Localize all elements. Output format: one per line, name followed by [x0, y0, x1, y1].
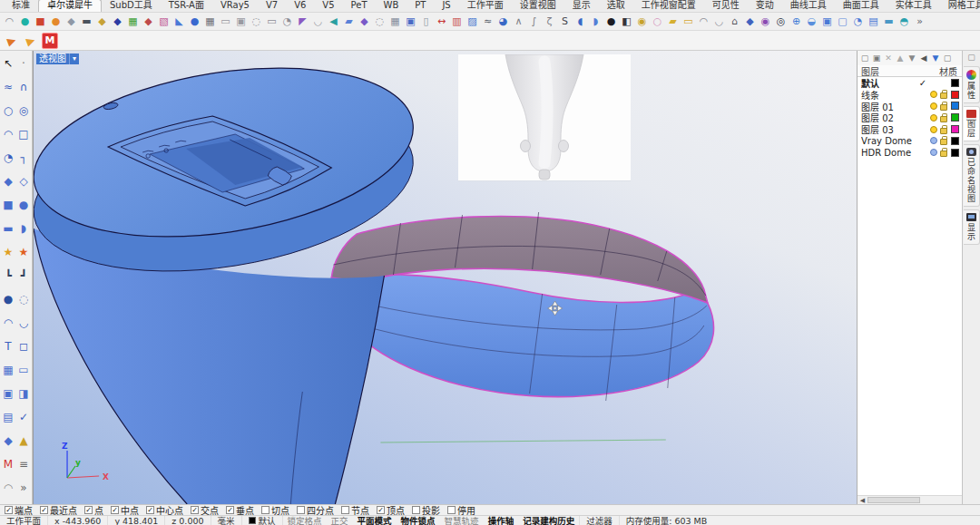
left-tool-icon-3[interactable]: ∩ — [16, 75, 32, 99]
layer-visibility-bulb-icon[interactable] — [928, 102, 938, 110]
layer-lock-icon[interactable] — [938, 113, 948, 122]
status-toggle-4[interactable]: 智慧轨迹 — [440, 514, 484, 525]
tool-icon-22[interactable]: ▰ — [341, 14, 357, 29]
tool-icon-40[interactable]: ◧ — [619, 14, 634, 29]
viewport-canvas[interactable]: Z y X — [34, 51, 857, 504]
layer-color-swatch[interactable] — [951, 149, 959, 157]
menu-tab-14[interactable]: 显示 — [564, 0, 599, 12]
left-tool-icon-16[interactable]: ★ — [1, 240, 16, 264]
tool-icon-19[interactable]: ◤ — [295, 14, 310, 29]
tool-icon-58[interactable]: ◓ — [897, 14, 912, 29]
left-tool-icon-33[interactable]: ▲ — [16, 429, 32, 452]
tool-icon-17[interactable]: ▭ — [264, 14, 279, 29]
menu-tab-17[interactable]: 可见性 — [704, 0, 748, 12]
tool-icon-15[interactable]: ▣ — [233, 14, 249, 29]
tool-icon-53[interactable]: ▣ — [819, 14, 835, 29]
send-plane-icon[interactable]: ▶ — [4, 33, 20, 49]
tool-icon-5[interactable]: ▬ — [79, 14, 94, 29]
left-tool-icon-9[interactable]: ┐ — [16, 146, 32, 170]
tool-icon-16[interactable]: ◌ — [249, 14, 264, 29]
tool-icon-56[interactable]: ▤ — [866, 14, 881, 29]
cup-model[interactable] — [34, 51, 426, 504]
new-layer-icon[interactable]: ▢ — [859, 53, 870, 63]
status-toggle-3[interactable]: 物件锁点 — [397, 514, 440, 525]
tool-icon-12[interactable]: ● — [187, 14, 202, 29]
left-tool-icon-17[interactable]: ★ — [16, 240, 32, 264]
collapse-icon[interactable]: ◀ — [918, 53, 929, 63]
left-tool-icon-20[interactable]: ● — [1, 287, 16, 311]
status-toggle-2[interactable]: 平面模式 — [353, 514, 397, 525]
tool-icon-14[interactable]: ▭ — [218, 14, 233, 29]
tool-icon-49[interactable]: ◉ — [758, 14, 773, 29]
left-tool-icon-31[interactable]: ✓ — [16, 405, 32, 429]
osnap-checkbox[interactable]: ✓ — [40, 506, 48, 514]
osnap-checkbox[interactable]: ✓ — [5, 506, 13, 514]
tool-icon-6[interactable]: ◆ — [94, 14, 110, 29]
menu-tab-16[interactable]: 工作视窗配置 — [633, 0, 704, 12]
left-tool-icon-21[interactable]: ◌ — [16, 287, 32, 311]
osnap-checkbox[interactable] — [412, 506, 420, 514]
zdm-logo-icon[interactable]: M — [42, 33, 58, 49]
layer-visibility-bulb-icon[interactable] — [928, 114, 938, 122]
layer-lock-icon[interactable] — [938, 148, 948, 157]
left-tool-icon-19[interactable]: ┛ — [16, 264, 32, 287]
tool-icon-11[interactable]: ◣ — [172, 14, 187, 29]
left-tool-icon-30[interactable]: ▤ — [1, 405, 16, 429]
tool-icon-52[interactable]: ◒ — [804, 14, 819, 29]
tool-icon-30[interactable]: ▨ — [465, 14, 480, 29]
layer-color-swatch[interactable] — [951, 113, 959, 122]
panel-options-icon[interactable]: ▢ — [942, 53, 953, 63]
menu-tab-19[interactable]: 曲线工具 — [782, 0, 835, 12]
tool-icon-2[interactable]: ■ — [33, 14, 48, 29]
left-tool-icon-13[interactable]: ● — [16, 193, 32, 217]
layer-lock-icon[interactable] — [938, 90, 948, 99]
tool-icon-50[interactable]: ◎ — [773, 14, 789, 29]
menu-tab-1[interactable]: 卓尔谟犀牛 — [38, 0, 102, 12]
layer-color-swatch[interactable] — [951, 137, 959, 145]
left-tool-icon-4[interactable]: ○ — [1, 99, 16, 122]
left-tool-icon-8[interactable]: ◔ — [1, 146, 16, 170]
tool-icon-26[interactable]: ▣ — [403, 14, 418, 29]
tool-icon-3[interactable]: ● — [48, 14, 64, 29]
menu-tab-13[interactable]: 设置视图 — [512, 0, 564, 12]
status-toggle-1[interactable]: 正交 — [327, 514, 353, 525]
tool-icon-35[interactable]: ζ — [542, 14, 557, 29]
menu-tab-11[interactable]: JS — [434, 0, 458, 12]
left-tool-icon-28[interactable]: ▣ — [1, 382, 16, 405]
tool-icon-57[interactable]: ▬ — [881, 14, 897, 29]
left-tool-icon-0[interactable]: ↖ — [1, 52, 16, 75]
left-tool-icon-35[interactable]: ≡ — [16, 452, 32, 476]
tab-named-views[interactable]: 已命名视图 — [964, 144, 980, 207]
tool-icon-38[interactable]: ◗ — [588, 14, 603, 29]
tool-icon-36[interactable]: S — [557, 14, 573, 29]
tool-icon-33[interactable]: ∧ — [511, 14, 526, 29]
layer-row-5[interactable]: Vray Dome — [858, 135, 962, 147]
tool-icon-18[interactable]: ◔ — [279, 14, 295, 29]
osnap-checkbox[interactable] — [261, 506, 270, 514]
left-tool-icon-27[interactable]: ▭ — [16, 358, 32, 382]
layer-visibility-bulb-icon[interactable] — [928, 149, 938, 156]
left-tool-icon-18[interactable]: ┗ — [1, 264, 16, 287]
layer-row-6[interactable]: HDR Dome — [858, 147, 962, 159]
osnap-checkbox[interactable]: ✓ — [84, 506, 93, 514]
menu-tab-21[interactable]: 实体工具 — [887, 0, 940, 12]
layers-horizontal-scrollbar[interactable]: ◀ — [858, 495, 962, 504]
menu-tab-8[interactable]: PeT — [343, 0, 376, 12]
layer-color-swatch[interactable] — [951, 125, 959, 133]
osnap-checkbox[interactable]: ✓ — [226, 506, 234, 514]
tool-icon-46[interactable]: ◡ — [711, 14, 727, 29]
left-tool-icon-10[interactable]: ◆ — [1, 170, 16, 193]
left-tool-icon-25[interactable]: ◻ — [16, 335, 32, 358]
osnap-checkbox[interactable] — [297, 506, 305, 514]
layer-color-swatch[interactable] — [951, 79, 959, 87]
menu-tab-15[interactable]: 选取 — [599, 0, 633, 12]
tool-icon-41[interactable]: ◉ — [634, 14, 650, 29]
layer-color-swatch[interactable] — [951, 91, 959, 99]
menu-tab-6[interactable]: V6 — [286, 0, 314, 12]
osnap-checkbox[interactable] — [341, 506, 349, 514]
perspective-viewport[interactable]: Z y X — [33, 51, 857, 504]
menu-tab-5[interactable]: V7 — [258, 0, 286, 12]
tool-icon-37[interactable]: ◖ — [573, 14, 588, 29]
menu-tab-3[interactable]: TSR-A面 — [161, 0, 212, 12]
cplane-button[interactable]: 工作平面 — [0, 516, 48, 525]
